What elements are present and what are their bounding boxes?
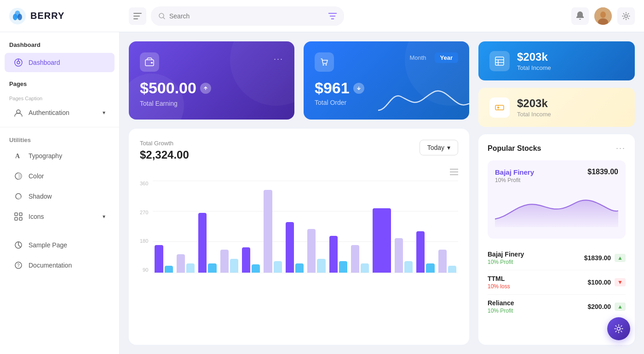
svg-point-4 xyxy=(16,11,19,14)
bar-purple xyxy=(329,236,338,273)
bar-light-blue xyxy=(448,266,456,273)
settings-button[interactable] xyxy=(617,7,635,25)
avatar-image xyxy=(594,7,612,25)
svg-point-2 xyxy=(13,14,17,20)
chart-menu-icon[interactable] xyxy=(450,169,458,175)
svg-rect-27 xyxy=(19,217,22,220)
app-name: BERRY xyxy=(30,11,64,21)
bar-group-0 xyxy=(155,245,172,273)
filter-icon[interactable] xyxy=(328,13,337,19)
icons-icon xyxy=(14,212,23,221)
bar-purple xyxy=(416,231,425,273)
income-blue-amount: $203k xyxy=(517,51,551,63)
chevron-down-icon: ▾ xyxy=(103,109,105,116)
bar-blue xyxy=(165,266,173,273)
search-bar[interactable] xyxy=(151,6,344,26)
sidebar-divider xyxy=(0,127,119,127)
shadow-icon xyxy=(14,192,23,201)
sidebar-item-shadow[interactable]: Shadow xyxy=(5,187,115,206)
bar-group-11 xyxy=(395,238,413,273)
list-item: Reliance 10% Profit $200.00 ▲ xyxy=(488,295,626,319)
order-icon-box xyxy=(315,52,334,72)
stock-change-2: 10% Profit xyxy=(488,308,514,314)
stocks-header: Popular Stocks ··· xyxy=(488,143,626,153)
income-yellow-amount: $203k xyxy=(517,97,551,110)
svg-rect-7 xyxy=(133,18,138,19)
growth-title-area: Total Growth $2,324.00 xyxy=(140,140,189,161)
total-earning-card: ... $500.00 Total Earning xyxy=(129,41,294,120)
stock-change-0: 10% Profit xyxy=(488,259,524,265)
sidebar-item-authentication[interactable]: Authentication ▾ xyxy=(5,103,115,122)
featured-stock-price: $1839.00 xyxy=(587,168,618,176)
bar-light-blue xyxy=(186,263,195,273)
growth-title: Total Growth xyxy=(140,140,189,147)
sidebar-item-typography[interactable]: A Typography xyxy=(5,146,115,166)
avatar[interactable] xyxy=(594,7,612,25)
sidebar: Dashboard Dashboard Pages Pages Caption xyxy=(0,32,120,354)
topbar: BERRY xyxy=(0,0,644,32)
bar-chart: 360 270 180 90 xyxy=(140,181,458,282)
svg-point-34 xyxy=(326,64,327,66)
income-yellow-icon xyxy=(489,97,510,118)
stocks-menu-icon[interactable]: ··· xyxy=(616,143,626,153)
svg-point-33 xyxy=(323,64,324,66)
list-item: TTML 10% loss $100.00 ▼ xyxy=(488,270,626,295)
featured-stock-chart xyxy=(495,188,618,229)
svg-rect-26 xyxy=(15,217,17,220)
stock-name-0: Bajaj Finery xyxy=(488,251,524,258)
list-item: Bajaj Finery 10% Profit $1839.00 ▲ xyxy=(488,246,626,270)
stock-price-2: $200.00 xyxy=(588,303,611,310)
dashboard-label: Dashboard xyxy=(29,59,60,66)
income-blue-label: Total Income xyxy=(517,64,551,71)
dashboard-icon xyxy=(14,58,23,67)
bar-purple xyxy=(198,213,207,273)
svg-point-17 xyxy=(17,61,20,64)
bar-group-6 xyxy=(286,222,304,273)
stock-name-1: TTML xyxy=(488,275,510,282)
bar-group-10 xyxy=(373,208,391,273)
sidebar-item-icons[interactable]: Icons ▾ xyxy=(5,207,115,226)
dashboard-section-title: Dashboard xyxy=(0,41,119,52)
income-yellow-text: $203k Total Income xyxy=(517,97,551,118)
menu-button[interactable] xyxy=(129,7,146,25)
svg-point-23 xyxy=(17,197,22,199)
pages-caption: Pages Caption xyxy=(0,94,119,102)
authentication-label: Authentication xyxy=(29,109,69,116)
bar-group-7 xyxy=(307,229,325,273)
right-panel: $203k Total Income $203k Total Income xyxy=(478,41,635,345)
coupon-icon xyxy=(494,102,505,113)
bar-group-4 xyxy=(242,247,260,273)
income-yellow-label: Total Income xyxy=(517,111,551,118)
period-select-button[interactable]: Today ▾ xyxy=(420,140,458,155)
shopping-icon xyxy=(319,57,329,67)
chevron-down-icon-icons: ▾ xyxy=(103,213,105,220)
bar-group-9 xyxy=(351,245,369,273)
cards-row: ... $500.00 Total Earning xyxy=(129,41,469,120)
y-label-180: 180 xyxy=(140,238,148,244)
svg-rect-24 xyxy=(15,213,17,216)
bar-light-purple xyxy=(395,238,403,273)
bar-blue xyxy=(208,263,216,273)
search-input[interactable] xyxy=(169,12,328,20)
main-layout: Dashboard Dashboard Pages Pages Caption xyxy=(0,32,644,354)
y-label-360: 360 xyxy=(140,181,148,186)
bar-purple xyxy=(155,245,163,273)
order-wave-chart xyxy=(378,83,469,120)
documentation-icon: ? xyxy=(14,261,23,270)
svg-point-45 xyxy=(617,327,621,331)
sidebar-item-color[interactable]: Color xyxy=(5,166,115,186)
wallet-icon xyxy=(144,57,155,67)
bar-group-1 xyxy=(177,254,195,273)
fab-button[interactable] xyxy=(607,317,630,340)
bar-light-purple xyxy=(307,229,316,273)
notification-button[interactable] xyxy=(571,7,589,25)
bar-blue xyxy=(339,261,347,273)
stock-badge-0: ▲ xyxy=(615,254,626,262)
sidebar-item-documentation[interactable]: ? Documentation xyxy=(5,256,115,275)
bar-light-blue xyxy=(274,261,282,273)
sidebar-item-sample-page[interactable]: Sample Page xyxy=(5,235,115,255)
bar-purple xyxy=(373,208,391,273)
sidebar-item-dashboard[interactable]: Dashboard xyxy=(5,53,115,72)
svg-text:?: ? xyxy=(17,263,20,268)
bar-group-8 xyxy=(329,236,347,273)
